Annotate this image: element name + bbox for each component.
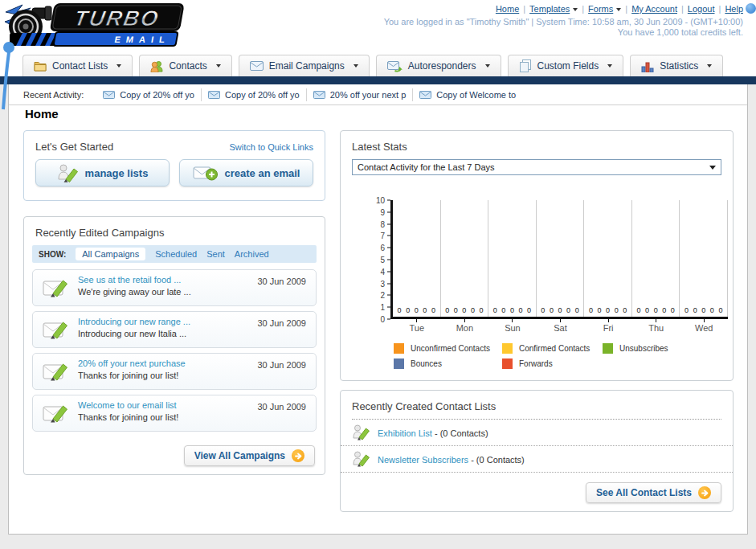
value-label: 0 [431, 306, 435, 314]
value-label: 0 [558, 306, 562, 314]
campaign-item[interactable]: Introducing our new range ... Introducin… [32, 311, 317, 348]
contact-list-link[interactable]: Exhibition List [378, 428, 432, 438]
nav-separator: | [582, 4, 584, 14]
filter-all-campaigns[interactable]: All Campaigns [76, 248, 145, 260]
value-label: 0 [501, 306, 505, 314]
value-label: 0 [684, 306, 689, 314]
y-axis-tick: 6 [380, 244, 390, 252]
chevron-down-icon [216, 64, 221, 68]
x-axis-cell: Sun [488, 319, 537, 333]
y-tick-label: 10 [376, 196, 385, 205]
campaign-date: 30 Jun 2009 [257, 402, 306, 412]
tab-autoresponders[interactable]: Autoresponders [376, 55, 501, 76]
login-line1: You are logged in as "Timothy Smith" | S… [384, 17, 743, 27]
tab-label: Statistics [660, 60, 698, 72]
latest-stats-panel: Latest Stats Contact Activity for the La… [340, 130, 734, 381]
tab-statistics[interactable]: Statistics [630, 55, 723, 76]
campaign-title-link[interactable]: 20% off your next purchase [78, 358, 186, 368]
value-label: 0 [445, 306, 449, 314]
x-tick-mark [560, 319, 561, 322]
envelope-pencil-icon [43, 404, 70, 424]
campaign-title-link[interactable]: Introducing our new range ... [78, 317, 190, 326]
tab-email-campaigns[interactable]: Email Campaigns [239, 55, 370, 76]
chart-x-axis: TueMonSunSatFriThuWed [393, 319, 728, 333]
chart-category-group: 00000 [537, 200, 585, 317]
nav-logout-link[interactable]: Logout [688, 4, 715, 14]
tab-custom-fields[interactable]: Custom Fields [508, 55, 624, 76]
value-labels-row: 00000 [393, 306, 440, 314]
value-label: 0 [671, 306, 675, 314]
value-label: 0 [718, 306, 722, 314]
y-tick-label: 8 [380, 219, 385, 228]
campaign-title-link[interactable]: Welcome to our email list [78, 400, 178, 410]
campaign-title-link[interactable]: See us at the retail food ... [78, 275, 191, 285]
login-line2: You have 1,000 total credits left. [384, 27, 743, 38]
svg-text:TURBO: TURBO [72, 6, 161, 31]
envelope-pencil-icon [43, 320, 70, 341]
legend-label: Forwards [519, 359, 553, 368]
value-label: 0 [462, 306, 466, 314]
nav-help-link[interactable]: Help [725, 4, 743, 14]
contact-list-link[interactable]: Newsletter Subscribers [378, 455, 468, 465]
autoresponder-icon [387, 60, 403, 72]
nav-my-account-link[interactable]: My Account [631, 4, 677, 14]
filter-archived[interactable]: Archived [235, 249, 269, 259]
y-axis-tick: 4 [380, 267, 390, 276]
campaign-item[interactable]: See us at the retail food ... We're givi… [32, 269, 317, 306]
value-labels-row: 00000 [441, 306, 488, 314]
nav-forms-link[interactable]: Forms [588, 4, 621, 14]
create-email-button[interactable]: create an email [179, 159, 313, 186]
view-all-campaigns-button[interactable]: View All Campaigns [184, 445, 315, 466]
value-label: 0 [454, 306, 458, 314]
recent-activity-item[interactable]: Copy of 20% off yo [202, 90, 306, 100]
manage-lists-button[interactable]: manage lists [35, 159, 170, 186]
recent-campaigns-panel: Recently Edited Campaigns SHOW: All Camp… [23, 216, 325, 475]
recent-contact-lists-panel: Recently Created Contact Lists Exhibitio… [340, 390, 734, 512]
help-bubble-icon[interactable] [746, 3, 756, 14]
recent-activity-item[interactable]: Copy of 20% off yo [96, 90, 201, 100]
get-started-buttons: manage lists create an email [35, 159, 313, 186]
contact-list-item[interactable]: Exhibition List - (0 Contacts) [341, 420, 733, 446]
envelope-icon [103, 91, 115, 99]
legend-item-unsubscribes: Unsubscribes [603, 343, 668, 354]
envelope-icon [208, 91, 220, 99]
tab-contacts[interactable]: Contacts [139, 55, 231, 76]
legend-item-confirmed: Confirmed Contacts [502, 343, 595, 354]
chart-y-axis: 109876543210 [365, 200, 390, 319]
nav-home-link[interactable]: Home [496, 4, 519, 14]
recent-activity-item[interactable]: Copy of Welcome to [413, 90, 522, 100]
statistics-icon [641, 60, 654, 72]
campaign-item[interactable]: Welcome to our email list Thanks for joi… [32, 395, 317, 432]
x-tick-mark [704, 319, 705, 322]
value-label: 0 [471, 306, 475, 314]
value-label: 0 [623, 306, 627, 314]
top-nav: Home|Templates|Forms|My Account|Logout|H… [496, 4, 743, 14]
nav-separator: | [523, 4, 525, 14]
switch-quick-links-link[interactable]: Switch to Quick Links [229, 142, 313, 152]
contact-list-count: - (0 Contacts) [468, 455, 525, 465]
y-tick-mark [387, 223, 390, 224]
x-axis-cell: Mon [441, 319, 489, 333]
filter-sent[interactable]: Sent [206, 249, 225, 259]
filter-scheduled[interactable]: Scheduled [155, 249, 197, 259]
value-label: 0 [606, 306, 610, 314]
campaign-subtitle: Introducing our new Italia ... [78, 329, 190, 338]
y-axis-tick: 9 [380, 207, 390, 216]
see-all-contact-lists-button[interactable]: See All Contact Lists [586, 482, 721, 503]
svg-text:EMAIL: EMAIL [114, 35, 171, 44]
stats-period-dropdown[interactable]: Contact Activity for the Last 7 Days [352, 159, 721, 175]
contact-list-item[interactable]: Newsletter Subscribers - (0 Contacts) [341, 446, 733, 473]
envelope-icon [313, 91, 325, 99]
chevron-down-icon [709, 166, 716, 170]
value-label: 0 [710, 306, 714, 314]
chevron-down-icon [607, 64, 612, 68]
campaign-item[interactable]: 20% off your next purchase Thanks for jo… [32, 353, 317, 390]
x-axis-cell: Wed [680, 319, 728, 333]
latest-stats-title: Latest Stats [352, 141, 407, 153]
y-tick-label: 3 [380, 279, 385, 288]
manage-lists-label: manage lists [85, 167, 149, 179]
nav-templates-link[interactable]: Templates [529, 4, 578, 14]
recent-activity-item[interactable]: 20% off your next p [307, 90, 413, 100]
x-tick-label: Sun [488, 323, 537, 333]
tab-contact-lists[interactable]: Contact Lists [22, 55, 133, 76]
